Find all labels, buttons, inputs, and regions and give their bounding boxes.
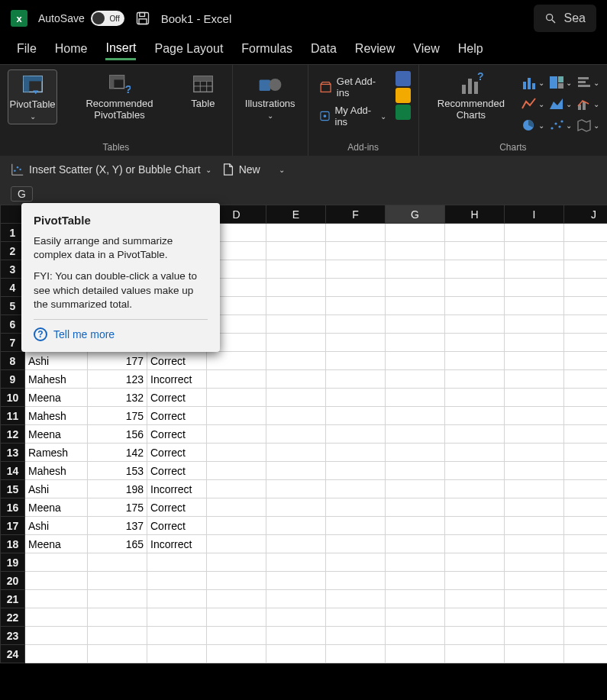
cell[interactable] [505,498,564,517]
cell[interactable] [266,462,326,480]
cell[interactable] [564,517,608,535]
row-header[interactable]: 12 [1,425,25,444]
cell[interactable] [505,242,564,260]
cell[interactable] [266,572,326,590]
cell[interactable] [564,352,608,370]
column-header-J[interactable]: J [564,205,608,224]
cell[interactable] [207,590,266,608]
row-header[interactable]: 15 [1,480,25,498]
cell[interactable]: 165 [88,535,147,553]
name-box[interactable]: G [11,186,33,202]
cell[interactable] [326,590,386,608]
cell[interactable]: Mahesh [25,370,88,389]
cell[interactable] [564,334,608,352]
cell[interactable] [505,279,564,297]
cell[interactable]: 156 [88,425,147,444]
cell[interactable] [505,370,564,389]
cell[interactable] [326,242,386,260]
cell[interactable] [505,608,564,627]
cell[interactable]: Correct [147,444,207,462]
cell[interactable] [386,517,445,535]
save-icon[interactable] [135,11,150,26]
cell[interactable] [207,517,266,535]
cell[interactable] [207,645,266,663]
cell[interactable]: Correct [147,462,207,480]
cell[interactable] [564,498,608,517]
cell[interactable] [326,627,386,645]
cell[interactable] [326,462,386,480]
cell[interactable] [564,444,608,462]
cell[interactable] [386,608,445,627]
row-header[interactable]: 19 [1,553,25,572]
cell[interactable] [326,407,386,425]
cell[interactable] [505,535,564,553]
area-chart-button[interactable]: ⌄ [549,94,572,114]
cell[interactable] [326,279,386,297]
cell[interactable] [445,444,505,462]
cell[interactable] [207,498,266,517]
cell[interactable] [266,517,326,535]
cell[interactable] [564,224,608,242]
cell[interactable] [445,590,505,608]
cell[interactable] [88,608,147,627]
cell[interactable] [266,425,326,444]
illustrations-button[interactable]: Illustrations ⌄ [241,69,300,123]
cell[interactable] [266,498,326,517]
cell[interactable] [564,535,608,553]
cell[interactable] [207,407,266,425]
chevron-down-icon[interactable]: ⌄ [279,166,285,174]
cell[interactable] [386,553,445,572]
cell[interactable] [505,444,564,462]
cell[interactable] [505,389,564,407]
cell[interactable] [207,352,266,370]
cell[interactable] [266,389,326,407]
cell[interactable] [266,645,326,663]
cell[interactable] [386,334,445,352]
column-header-E[interactable]: E [266,205,326,224]
row-header[interactable]: 20 [1,572,25,590]
recommended-charts-button[interactable]: ? Recommended Charts [427,69,515,124]
cell[interactable]: Correct [147,425,207,444]
cell[interactable] [326,572,386,590]
cell[interactable] [266,480,326,498]
cell[interactable] [207,480,266,498]
cell[interactable] [266,352,326,370]
cell[interactable] [445,498,505,517]
cell[interactable] [564,407,608,425]
cell[interactable] [266,297,326,315]
cell[interactable] [147,553,207,572]
cell[interactable]: 153 [88,462,147,480]
cell[interactable] [564,370,608,389]
cell[interactable] [564,572,608,590]
cell[interactable] [207,608,266,627]
cell[interactable] [25,645,88,663]
cell[interactable] [386,224,445,242]
cell[interactable]: Correct [147,389,207,407]
cell[interactable] [326,260,386,279]
row-header[interactable]: 22 [1,608,25,627]
cell[interactable]: Mahesh [25,462,88,480]
row-header[interactable]: 16 [1,498,25,517]
pivottable-button[interactable]: PivotTable ⌄ [8,69,57,124]
cell[interactable] [564,260,608,279]
tab-file[interactable]: File [17,42,37,59]
cell[interactable]: Mahesh [25,407,88,425]
column-header-I[interactable]: I [505,205,564,224]
cell[interactable] [564,462,608,480]
cell[interactable] [445,425,505,444]
row-header[interactable]: 24 [1,645,25,663]
cell[interactable]: Meena [25,535,88,553]
cell[interactable] [207,572,266,590]
cell[interactable]: Meena [25,425,88,444]
cell[interactable]: Correct [147,407,207,425]
tab-page-layout[interactable]: Page Layout [154,42,223,59]
cell[interactable] [386,352,445,370]
cell[interactable] [207,553,266,572]
cell[interactable]: Meena [25,389,88,407]
cell[interactable]: Incorrect [147,480,207,498]
cell[interactable] [505,462,564,480]
row-header[interactable]: 9 [1,370,25,389]
cell[interactable] [147,572,207,590]
cell[interactable] [266,608,326,627]
cell[interactable] [25,608,88,627]
